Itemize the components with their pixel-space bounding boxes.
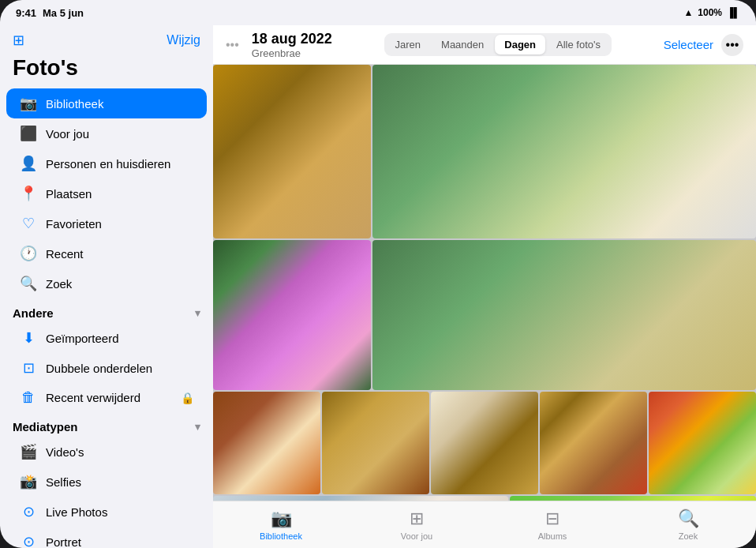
sidebar-item-favorieten[interactable]: ♡ Favorieten <box>6 208 207 238</box>
filter-tabs: Jaren Maanden Dagen Alle foto's <box>384 33 612 56</box>
sidebar-item-label: Zoek <box>46 277 72 291</box>
photo-grid <box>213 65 756 501</box>
main-area: ⊞ Wijzig Foto's 📷 Bibliotheek ⬛ Voor jou… <box>0 25 756 548</box>
sidebar-item-label: Personen en huisdieren <box>46 157 170 171</box>
section-mediatypen-label[interactable]: Mediatypen ▾ <box>0 412 213 437</box>
photo-cell[interactable] <box>372 65 756 238</box>
status-time: 9:41 <box>16 7 36 19</box>
sidebar-item-label: Bibliotheek <box>46 97 103 111</box>
sidebar-item-videos[interactable]: 🎬 Video's <box>6 437 207 467</box>
more-button[interactable]: ••• <box>721 34 743 56</box>
photo-cell-spacer <box>372 240 756 390</box>
andere-chevron-icon: ▾ <box>195 307 200 319</box>
sidebar-item-live-photos[interactable]: ⊙ Live Photos <box>6 497 207 527</box>
sidebar-item-bibliotheek[interactable]: 📷 Bibliotheek <box>6 88 207 118</box>
sidebar-item-label: Recent verwijderd <box>46 391 140 404</box>
sidebar-item-recent[interactable]: 🕐 Recent <box>6 238 207 268</box>
status-day: Ma 5 jun <box>43 7 84 19</box>
grid-row-3 <box>213 392 756 494</box>
wifi-icon: ▲ <box>683 7 693 18</box>
favorieten-icon: ♡ <box>19 215 38 232</box>
sidebar-item-label: Portret <box>46 535 81 549</box>
tab-dagen[interactable]: Dagen <box>495 35 545 54</box>
sidebar-item-zoek[interactable]: 🔍 Zoek <box>6 268 207 298</box>
tab-bibliotheek-label: Bibliotheek <box>260 531 302 541</box>
recent-icon: 🕐 <box>19 245 38 262</box>
content-header: ••• 18 aug 2022 Greenbrae Jaren Maanden … <box>213 25 756 65</box>
sidebar-header: ⊞ Wijzig <box>0 25 213 52</box>
grid-row-1 <box>213 65 756 238</box>
sidebar-item-label: Plaatsen <box>46 187 92 201</box>
sidebar-item-geimporteerd[interactable]: ⬇ Geïmporteerd <box>6 323 207 353</box>
plaatsen-icon: 📍 <box>19 185 38 202</box>
tab-zoek-label: Zoek <box>679 531 698 541</box>
photo-cell[interactable] <box>431 392 538 494</box>
sidebar: ⊞ Wijzig Foto's 📷 Bibliotheek ⬛ Voor jou… <box>0 25 213 548</box>
photo-cell[interactable] <box>213 65 371 238</box>
sidebar-item-label: Selfies <box>46 475 81 489</box>
mediatypen-chevron-icon: ▾ <box>195 421 200 433</box>
sidebar-item-label: Live Photos <box>46 505 107 519</box>
more-dots-icon: ••• <box>726 38 739 52</box>
sidebar-item-selfies[interactable]: 📸 Selfies <box>6 467 207 497</box>
tab-bibliotheek[interactable]: 📷 Bibliotheek <box>213 509 349 541</box>
tab-voor-jou-label: Voor jou <box>401 531 432 541</box>
tab-voor-jou[interactable]: ⊞ Voor jou <box>349 509 485 541</box>
photo-cell[interactable] <box>213 392 320 494</box>
select-button[interactable]: Selecteer <box>664 38 713 51</box>
battery-label: 100% <box>698 7 722 18</box>
lock-icon: 🔒 <box>181 392 194 404</box>
zoek-icon: 🔍 <box>19 275 38 292</box>
tab-zoek-icon: 🔍 <box>678 509 699 529</box>
portret-icon: ⊙ <box>19 533 38 548</box>
tab-albums-label: Albums <box>538 531 567 541</box>
content-area: ••• 18 aug 2022 Greenbrae Jaren Maanden … <box>213 25 756 548</box>
content-dots-button[interactable]: ••• <box>226 38 239 52</box>
tab-albums[interactable]: ⊟ Albums <box>485 509 620 541</box>
videos-icon: 🎬 <box>19 443 38 460</box>
photo-cell[interactable] <box>649 392 756 494</box>
live-photos-icon: ⊙ <box>19 503 38 520</box>
sidebar-toggle-button[interactable]: ⊞ <box>13 32 24 49</box>
tab-maanden[interactable]: Maanden <box>432 35 493 54</box>
photo-cell[interactable] <box>322 392 429 494</box>
section-andere-label[interactable]: Andere ▾ <box>0 298 213 323</box>
dubbele-icon: ⊡ <box>19 359 38 377</box>
status-left: 9:41 Ma 5 jun <box>16 7 84 19</box>
ipad-frame: 9:41 Ma 5 jun ▲ 100% ▐▌ ⊞ Wijzig Foto's … <box>0 0 756 548</box>
location-text: Greenbrae <box>252 47 332 59</box>
sidebar-item-label: Geïmporteerd <box>46 332 119 345</box>
sidebar-item-dubbele[interactable]: ⊡ Dubbele onderdelen <box>6 353 207 383</box>
header-actions: Selecteer ••• <box>664 34 743 56</box>
date-text: 18 aug 2022 <box>252 31 332 47</box>
personen-icon: 👤 <box>19 155 38 172</box>
tab-voor-jou-icon: ⊞ <box>410 509 424 529</box>
tab-bar: 📷 Bibliotheek ⊞ Voor jou ⊟ Albums 🔍 Zoek <box>213 501 756 548</box>
sidebar-item-personen[interactable]: 👤 Personen en huisdieren <box>6 148 207 178</box>
battery-icon: ▐▌ <box>727 7 740 18</box>
sidebar-item-voor-jou[interactable]: ⬛ Voor jou <box>6 118 207 148</box>
sidebar-title: Foto's <box>0 52 213 88</box>
date-location: 18 aug 2022 Greenbrae <box>252 31 332 59</box>
tab-albums-icon: ⊟ <box>545 509 560 529</box>
sidebar-item-plaatsen[interactable]: 📍 Plaatsen <box>6 178 207 208</box>
sidebar-item-label: Video's <box>46 445 84 459</box>
sidebar-edit-button[interactable]: Wijzig <box>167 33 200 47</box>
tab-jaren[interactable]: Jaren <box>386 35 431 54</box>
photo-cell[interactable] <box>213 240 371 390</box>
photo-cell[interactable] <box>540 392 647 494</box>
sidebar-item-label: Dubbele onderdelen <box>46 362 152 375</box>
sidebar-item-label: Favorieten <box>46 217 102 231</box>
recent-verwijderd-icon: 🗑 <box>19 389 38 406</box>
voor-jou-icon: ⬛ <box>19 125 38 142</box>
status-right: ▲ 100% ▐▌ <box>683 7 740 18</box>
sidebar-item-label: Voor jou <box>46 127 89 141</box>
sidebar-icons-row: ⊞ <box>13 32 24 49</box>
sidebar-item-recent-verwijderd[interactable]: 🗑 Recent verwijderd 🔒 <box>6 383 207 412</box>
tab-zoek[interactable]: 🔍 Zoek <box>620 509 756 541</box>
tab-alle-fotos[interactable]: Alle foto's <box>547 35 610 54</box>
sidebar-item-label: Recent <box>46 247 84 261</box>
bibliotheek-icon: 📷 <box>19 95 38 112</box>
status-bar: 9:41 Ma 5 jun ▲ 100% ▐▌ <box>0 0 756 25</box>
sidebar-item-portret[interactable]: ⊙ Portret <box>6 527 207 548</box>
